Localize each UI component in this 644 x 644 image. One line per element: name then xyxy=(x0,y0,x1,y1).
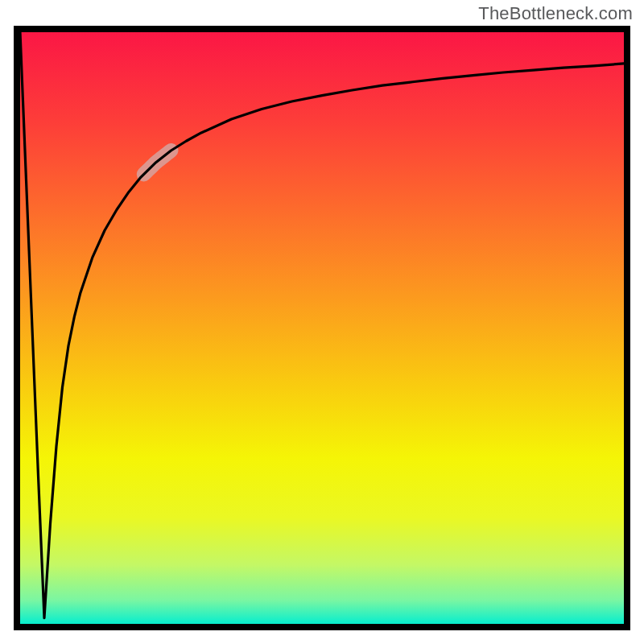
bottleneck-curve-chart xyxy=(14,26,630,630)
chart-svg xyxy=(14,26,630,630)
watermark-label: TheBottleneck.com xyxy=(478,3,633,24)
chart-background-gradient xyxy=(20,32,624,624)
